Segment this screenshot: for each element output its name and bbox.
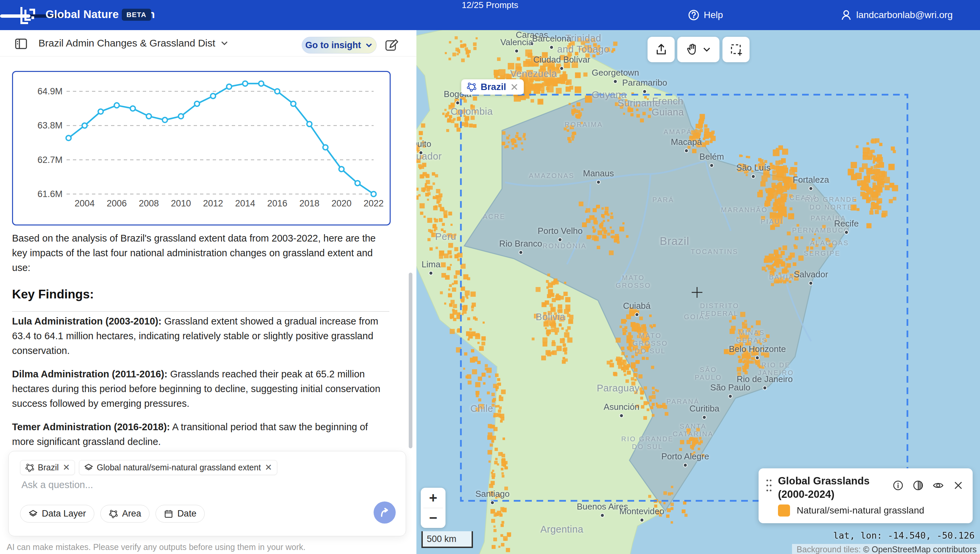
- layers-icon: [29, 509, 38, 519]
- chat-panel: Brazil Admin Changes & Grassland Dist Go…: [0, 30, 417, 554]
- cursor-coordinates: lat, lon: -14.540, -50.126: [833, 530, 975, 541]
- map-view[interactable]: RORAIMAAMAPÁAMAZONASPARÁMARANHÃOPIAUÍCEA…: [417, 30, 980, 554]
- info-icon[interactable]: [892, 480, 904, 491]
- finding-paragraph: Temer Administration (2016-2018): A tran…: [12, 420, 389, 449]
- osm-attribution-link[interactable]: © OpenStreetMap contributors: [863, 544, 977, 554]
- date-button[interactable]: Date: [156, 505, 205, 522]
- grassland-extent-chart-card: 64.9M63.8M62.7M61.6M20042006200820102012…: [12, 71, 391, 226]
- layer-panel: Global Grasslands (2000-2024) Natural/se…: [759, 468, 973, 523]
- conversation-title-dropdown[interactable]: Brazil Admin Changes & Grassland Dist: [38, 37, 229, 49]
- question-input[interactable]: Ask a question...: [21, 479, 93, 490]
- remove-chip-icon[interactable]: ✕: [63, 462, 70, 473]
- account-email: landcarbonlab@wri.org: [856, 10, 953, 21]
- collapse-panel-icon[interactable]: [15, 37, 27, 50]
- new-chat-edit-icon[interactable]: [384, 37, 399, 52]
- map-scale-bar: 500 km: [422, 531, 473, 548]
- svg-text:64.9M: 64.9M: [37, 86, 62, 96]
- legend-color-swatch: [778, 505, 790, 517]
- context-chip[interactable]: Brazil✕: [20, 460, 75, 475]
- layer-actions: [892, 480, 964, 491]
- hand-pan-icon: [685, 43, 699, 56]
- global-nature-watch-app: Global Nature Watch BETA Help 12/25 Prom…: [0, 0, 980, 554]
- area-polygon-icon: [109, 509, 118, 519]
- prompts-label: 12/25 Prompts: [461, 0, 518, 10]
- svg-text:62.7M: 62.7M: [37, 155, 62, 165]
- panel-scrollbar[interactable]: [409, 273, 412, 448]
- remove-chip-icon[interactable]: ✕: [265, 462, 272, 473]
- area-button[interactable]: Area: [100, 505, 150, 522]
- send-arrow-icon: [379, 507, 390, 518]
- beta-badge: BETA: [122, 9, 151, 21]
- svg-text:63.8M: 63.8M: [37, 121, 62, 131]
- map-attribution: Background tiles: © OpenStreetMap contri…: [792, 544, 980, 554]
- context-chip[interactable]: Global natural/semi-natural grassland ex…: [79, 460, 277, 475]
- svg-text:2010: 2010: [171, 198, 191, 209]
- svg-text:2020: 2020: [331, 198, 352, 209]
- svg-text:61.6M: 61.6M: [37, 189, 62, 199]
- map-tool-selector-button[interactable]: [677, 37, 719, 62]
- app-logo-icon: [19, 6, 38, 24]
- send-button[interactable]: [374, 501, 396, 524]
- svg-text:2004: 2004: [75, 198, 95, 209]
- map-cursor-crosshair: [690, 286, 704, 299]
- map-area-chip-brazil[interactable]: Brazil ✕: [461, 79, 524, 95]
- close-icon[interactable]: [953, 480, 964, 491]
- help-icon: [688, 9, 700, 21]
- go-to-insight-button[interactable]: Go to insight: [302, 37, 377, 54]
- finding-paragraph: Dilma Administration (2011-2016): Grassl…: [12, 367, 389, 411]
- zoom-control: + −: [421, 488, 445, 528]
- chevron-down-icon: [702, 45, 711, 54]
- help-button[interactable]: Help: [688, 0, 723, 30]
- svg-text:2016: 2016: [267, 198, 287, 209]
- svg-text:2006: 2006: [107, 198, 127, 209]
- svg-text:2018: 2018: [299, 198, 320, 209]
- chevron-down-icon: [365, 41, 373, 49]
- select-area-icon: [729, 43, 743, 56]
- legend-label: Natural/semi-natural grassland: [797, 505, 924, 516]
- finding-paragraph: Lula Administration (2003-2010): Grassla…: [12, 314, 389, 358]
- area-polygon-icon: [25, 463, 35, 472]
- user-icon: [840, 9, 852, 21]
- opacity-icon[interactable]: [912, 480, 924, 491]
- grassland-extent-line-chart: 64.9M63.8M62.7M61.6M20042006200820102012…: [13, 72, 388, 223]
- key-findings-heading: Key Findings:: [12, 287, 389, 302]
- layers-icon: [84, 463, 93, 472]
- svg-text:2008: 2008: [139, 198, 159, 209]
- visibility-eye-icon[interactable]: [932, 480, 944, 491]
- export-map-button[interactable]: [648, 37, 675, 62]
- layer-legend: Natural/semi-natural grassland: [778, 505, 924, 517]
- data-layer-button[interactable]: Data Layer: [20, 505, 94, 522]
- calendar-icon: [164, 509, 173, 519]
- area-polygon-icon: [466, 82, 477, 92]
- analysis-intro: Based on the analysis of Brazil's grassl…: [12, 231, 389, 275]
- remove-area-icon[interactable]: ✕: [510, 81, 519, 93]
- chat-input-card: Brazil✕Global natural/semi-natural grass…: [8, 451, 406, 536]
- ai-disclaimer: AI can make mistakes. Please verify any …: [7, 542, 305, 552]
- divider: [12, 311, 389, 312]
- account-menu[interactable]: landcarbonlab@wri.org: [840, 0, 953, 30]
- input-action-buttons: Data LayerAreaDate: [20, 505, 205, 522]
- chevron-down-icon: [220, 39, 229, 48]
- layer-title: Global Grasslands (2000-2024): [778, 474, 895, 501]
- svg-text:2022: 2022: [364, 198, 383, 209]
- context-chips: Brazil✕Global natural/semi-natural grass…: [20, 460, 277, 475]
- svg-text:2014: 2014: [235, 198, 255, 209]
- drag-handle-icon[interactable]: [766, 478, 772, 492]
- svg-text:2012: 2012: [203, 198, 223, 209]
- zoom-in-button[interactable]: +: [421, 488, 445, 508]
- zoom-out-button[interactable]: −: [421, 508, 445, 528]
- top-header: Global Nature Watch BETA Help 12/25 Prom…: [0, 0, 980, 30]
- upload-share-icon: [655, 43, 668, 56]
- chat-panel-header: Brazil Admin Changes & Grassland Dist Go…: [0, 30, 417, 57]
- draw-area-button[interactable]: [722, 37, 749, 62]
